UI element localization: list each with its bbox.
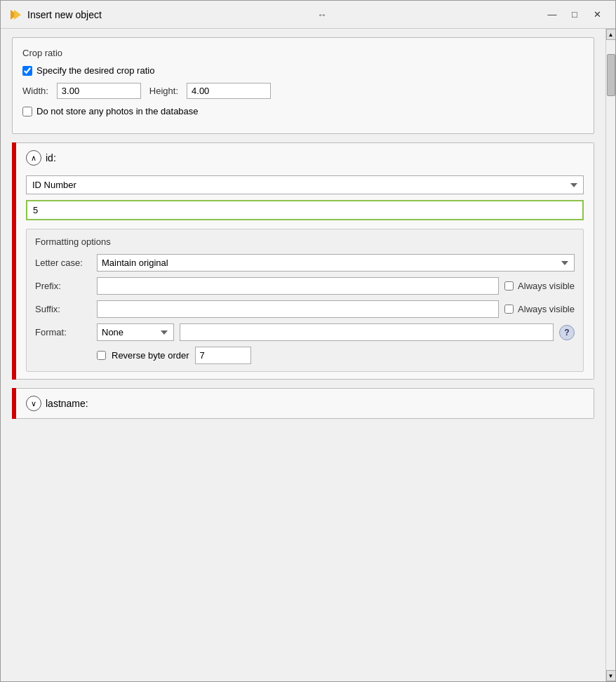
id-section: ∧ id: ID Number Formatting options	[16, 142, 594, 380]
title-bar-controls: — □ ✕	[542, 5, 607, 25]
lastname-label: lastname:	[46, 398, 88, 409]
lastname-section-wrapper: ∨ lastname:	[12, 388, 594, 419]
prefix-always-visible-checkbox[interactable]	[504, 281, 514, 290]
height-input[interactable]: 4.00	[187, 83, 271, 99]
collapse-icon: ∧	[31, 154, 36, 163]
id-section-wrapper: ∧ id: ID Number Formatting options	[12, 142, 594, 380]
crop-dimensions: Width: 3.00 Height: 4.00	[22, 83, 584, 99]
specify-crop-checkbox[interactable]	[22, 66, 32, 76]
suffix-input[interactable]	[97, 300, 499, 318]
suffix-row: Suffix: Always visible	[35, 300, 575, 318]
title-bar: Insert new object ↔ — □ ✕	[1, 1, 615, 29]
prefix-always-visible-row: Always visible	[504, 281, 575, 291]
scroll-up-arrow[interactable]: ▲	[606, 29, 616, 40]
formatting-options: Formatting options Letter case: Maintain…	[26, 229, 584, 372]
id-type-dropdown[interactable]: ID Number	[26, 175, 584, 194]
suffix-always-visible-row: Always visible	[504, 304, 575, 314]
lastname-section: ∨ lastname:	[16, 388, 594, 419]
suffix-label: Suffix:	[35, 304, 91, 314]
main-window: Insert new object ↔ — □ ✕ Crop ratio Spe…	[0, 0, 616, 682]
format-value-input[interactable]	[180, 323, 554, 341]
minimize-button[interactable]: —	[542, 5, 562, 25]
scrollbar-thumb[interactable]	[607, 54, 615, 96]
id-value-input[interactable]	[26, 200, 584, 220]
prefix-input[interactable]	[97, 277, 499, 295]
reverse-byte-label: Reverse byte order	[112, 350, 189, 361]
reverse-byte-input[interactable]	[195, 347, 251, 364]
expand-icon: ∨	[31, 399, 36, 408]
scroll-down-arrow[interactable]: ▼	[606, 670, 616, 681]
svg-marker-1	[14, 10, 21, 20]
width-label: Width:	[22, 86, 48, 96]
width-input[interactable]: 3.00	[57, 83, 141, 99]
no-store-checkbox[interactable]	[22, 107, 32, 116]
scrollbar[interactable]: ▲ ▼	[605, 29, 615, 681]
maximize-button[interactable]: □	[565, 5, 584, 25]
format-row: Format: None ?	[35, 323, 575, 341]
prefix-always-visible-label: Always visible	[518, 281, 575, 291]
close-button[interactable]: ✕	[587, 5, 607, 25]
specify-crop-label: Specify the desired crop ratio	[36, 65, 154, 76]
letter-case-label: Letter case:	[35, 258, 91, 268]
suffix-always-visible-checkbox[interactable]	[504, 305, 514, 314]
content-area: Crop ratio Specify the desired crop rati…	[1, 29, 605, 681]
no-store-label: Do not store any photos in the database	[36, 106, 199, 116]
suffix-always-visible-label: Always visible	[518, 304, 575, 314]
title-bar-center: ↔	[312, 9, 333, 20]
id-label: id:	[46, 152, 56, 163]
specify-crop-row: Specify the desired crop ratio	[22, 65, 584, 76]
collapse-button[interactable]: ∧	[26, 150, 41, 166]
format-select[interactable]: None	[97, 323, 174, 341]
help-button[interactable]: ?	[559, 325, 575, 340]
letter-case-row: Letter case: Maintain original Uppercase…	[35, 254, 575, 272]
lastname-header: ∨ lastname:	[26, 396, 584, 411]
letter-case-select[interactable]: Maintain original Uppercase Lowercase	[97, 254, 575, 272]
formatting-title: Formatting options	[35, 236, 575, 247]
crop-section-title: Crop ratio	[22, 48, 584, 58]
prefix-label: Prefix:	[35, 281, 91, 291]
prefix-row: Prefix: Always visible	[35, 277, 575, 295]
expand-button[interactable]: ∨	[26, 396, 41, 411]
window-title: Insert new object	[27, 9, 102, 20]
app-icon	[9, 8, 22, 21]
height-label: Height:	[149, 86, 178, 96]
no-store-row: Do not store any photos in the database	[22, 106, 584, 116]
resize-icon: ↔	[317, 9, 327, 20]
window-body: Crop ratio Specify the desired crop rati…	[1, 29, 615, 681]
reverse-byte-row: Reverse byte order	[35, 347, 575, 364]
reverse-byte-checkbox[interactable]	[97, 351, 106, 360]
crop-ratio-section: Crop ratio Specify the desired crop rati…	[12, 37, 594, 134]
id-header: ∧ id:	[26, 150, 584, 166]
title-bar-left: Insert new object	[9, 8, 102, 21]
format-label: Format:	[35, 327, 91, 337]
